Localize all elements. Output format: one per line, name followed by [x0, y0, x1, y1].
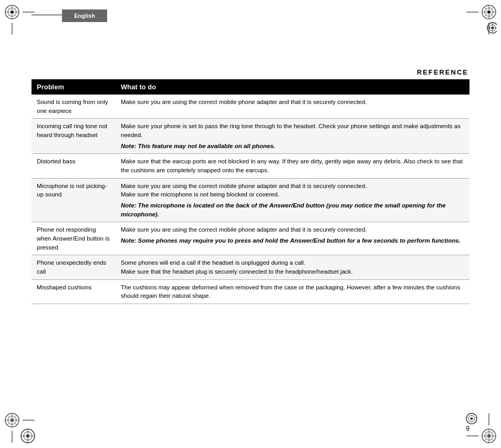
corner-decoration-br — [465, 412, 497, 444]
note-text: Note: This feature may not be available … — [121, 142, 464, 151]
table-row: Microphone is not picking-up soundMake s… — [32, 178, 469, 222]
table-row: Incoming call ring tone not heard throug… — [32, 119, 469, 154]
note-text: Note: The microphone is located on the b… — [121, 201, 464, 218]
svg-point-9 — [11, 11, 13, 13]
solution-cell: The cushions may appear deformed when re… — [116, 279, 469, 304]
page-number: 9 — [466, 425, 469, 432]
problem-cell: Phone not responding when Answer/End but… — [32, 222, 116, 255]
solution-cell: Some phones will end a call if the heads… — [116, 255, 469, 279]
corner-decoration-tr — [465, 4, 497, 36]
solution-cell: Make sure you are using the correct mobi… — [116, 222, 469, 255]
problem-cell: Microphone is not picking-up sound — [32, 178, 116, 222]
table-row: Distorted bassMake sure that the earcup … — [32, 154, 469, 178]
table-header-row: Problem What to do — [32, 79, 469, 95]
english-tab: English — [62, 9, 107, 22]
solution-cell: Make sure your phone is set to pass the … — [116, 119, 469, 154]
svg-point-19 — [488, 11, 490, 13]
table-row: Misshaped cushionsThe cushions may appea… — [32, 279, 469, 304]
problem-cell: Distorted bass — [32, 154, 116, 178]
col-problem-header: Problem — [32, 79, 116, 95]
problem-cell: Phone unexpectedly ends call — [32, 255, 116, 279]
corner-decoration-bl — [4, 412, 36, 444]
col-solution-header: What to do — [116, 79, 469, 95]
reference-table: Problem What to do Sound is coming from … — [32, 79, 469, 304]
svg-point-50 — [471, 418, 473, 420]
solution-cell: Make sure you are using the correct mobi… — [116, 95, 469, 119]
table-row: Sound is coming from only one earpieceMa… — [32, 95, 469, 119]
table-row: Phone unexpectedly ends callSome phones … — [32, 255, 469, 279]
top-line-decoration — [32, 15, 62, 15]
corner-decoration-tl — [4, 4, 36, 36]
problem-cell: Sound is coming from only one earpiece — [32, 95, 116, 119]
main-content: REFERENCE Problem What to do Sound is co… — [32, 68, 469, 416]
table-row: Phone not responding when Answer/End but… — [32, 222, 469, 255]
problem-cell: Incoming call ring tone not heard throug… — [32, 119, 116, 154]
solution-cell: Make sure that the earcup ports are not … — [116, 154, 469, 178]
page-title: REFERENCE — [32, 68, 469, 76]
problem-cell: Misshaped cushions — [32, 279, 116, 304]
note-text: Note: Some phones may require you to pre… — [121, 236, 464, 245]
solution-cell: Make sure you are using the correct mobi… — [116, 178, 469, 222]
